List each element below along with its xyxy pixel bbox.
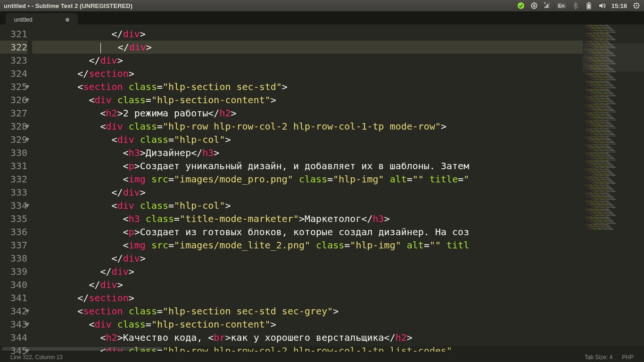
line-gutter[interactable]: 321322323324325▼326▼327328▼329▼330331332… [0,25,32,352]
svg-rect-5 [549,2,550,8]
keyboard-lang-indicator[interactable]: En [557,3,566,8]
tab-bar: untitled [0,11,644,25]
network-icon[interactable] [544,2,551,9]
tab-untitled[interactable]: untitled [6,13,78,25]
power-gear-icon[interactable] [633,2,640,9]
volume-icon[interactable] [598,2,606,9]
sync-ok-icon[interactable] [517,2,525,9]
window-title: untitled • - Sublime Text 2 (UNREGISTERE… [4,2,132,9]
status-syntax[interactable]: PHP [617,354,638,361]
tab-dirty-indicator-icon [66,18,69,22]
battery-icon[interactable] [585,2,593,9]
minimap[interactable]: <div class="xxxxxxxx xxxxxxxx">xxxxxx <d… [583,25,644,352]
svg-point-10 [636,5,637,7]
svg-rect-2 [545,7,545,8]
code-content[interactable]: </div> </div> </div> </section> <section… [32,25,583,352]
status-bar: Line 322, Column 13 Tab Size: 4 PHP [0,352,644,362]
svg-rect-8 [587,4,590,8]
svg-rect-7 [588,2,590,3]
system-tray: En 15:18 [517,2,640,9]
svg-rect-4 [547,4,548,8]
system-menubar: untitled • - Sublime Text 2 (UNREGISTERE… [0,0,644,11]
bluetooth-icon[interactable] [572,2,579,9]
tab-label: untitled [14,16,33,23]
scrollbar-thumb[interactable] [2,347,162,351]
svg-rect-3 [546,5,547,8]
clock[interactable]: 15:18 [611,2,627,9]
aperture-icon[interactable] [530,2,538,9]
status-tab-size[interactable]: Tab Size: 4 [580,354,617,361]
svg-point-0 [518,2,524,9]
editor-area: 321322323324325▼326▼327328▼329▼330331332… [0,25,644,352]
horizontal-scrollbar[interactable] [0,346,644,352]
